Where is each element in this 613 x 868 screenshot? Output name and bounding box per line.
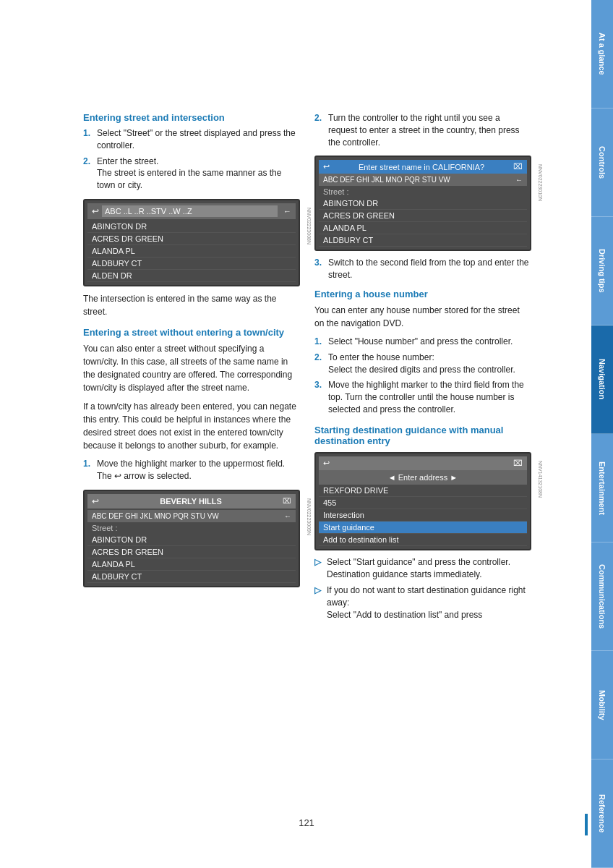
nav-list-item: ALDBURY CT [87, 258, 296, 270]
nav-list-item: ACRES DR GREEN [87, 233, 296, 245]
nav-list-item: ALDBURY CT [319, 234, 527, 247]
tab-mobility[interactable]: Mobility [591, 651, 613, 760]
back-icon: ↩ [323, 162, 330, 171]
no-town-body2: If a town/city has already been entered,… [83, 400, 300, 452]
step-item: 2. Enter the street.The street is entere… [83, 156, 300, 192]
nav-list-item: ALANDA PL [87, 245, 296, 258]
step-item: 1. Select "House number" and press the c… [314, 336, 531, 348]
section-house-number-title: Entering a house number [314, 289, 531, 299]
step-item: 2. Turn the controller to the right unti… [314, 112, 531, 148]
nav-screen-2: ↩ BEVERLY HILLS ⌧ ABC DEF GHI JKL MNO PQ… [83, 490, 300, 587]
corner-icon: ⌧ [513, 459, 523, 468]
nav-screen-right1: ↩ Enter street name in CALIFORNIA? ⌧ ABC… [314, 156, 531, 251]
screen-sg-top-bar: ↩ ⌧ [319, 456, 527, 470]
tab-reference[interactable]: Reference [591, 760, 613, 868]
screen2-keyboard: ABC DEF GHI JKL MNO PQR STU VW ← [87, 510, 296, 522]
nav-list-item: ALANDA PL [87, 558, 296, 571]
nav-list-item: ACRES DR GREEN [319, 210, 527, 222]
tab-driving-tips[interactable]: Driving tips [591, 217, 613, 326]
section-house-number: Entering a house number You can enter an… [314, 289, 531, 416]
corner-icon: ⌧ [283, 497, 291, 505]
right-column: 2. Turn the controller to the right unti… [314, 112, 531, 630]
nav-list-item: ALDEN DR [87, 270, 296, 282]
tab-navigation[interactable]: Navigation [591, 326, 613, 434]
section-no-town: Entering a street without entering a tow… [83, 327, 300, 587]
tab-at-a-glance[interactable]: At a glance [591, 0, 613, 109]
section-no-town-title: Entering a street without entering a tow… [83, 327, 300, 338]
step-item: 2. To enter the house number:Select the … [314, 352, 531, 376]
nav-screen-start-guidance: ↩ ⌧ ◄ Enter address ► REXFORD DRIVE 455 … [314, 452, 531, 550]
street-label-r1: Street : [319, 186, 527, 197]
page-marker [585, 814, 588, 835]
screen1-input: ABC ..L ..R ..STV ..W ..Z [102, 205, 278, 217]
house-number-body: You can enter any house number stored fo… [314, 304, 531, 330]
no-town-body1: You can also enter a street without spec… [83, 342, 300, 394]
screen-r1-title: Enter street name in CALIFORNIA? [359, 163, 484, 171]
nav-list-item: ABINGTON DR [319, 197, 527, 210]
arrow-icon: ← [283, 207, 291, 216]
street-label: Street : [87, 522, 296, 534]
step-item: 3. Switch to the second field from the t… [314, 257, 531, 281]
tab-communications[interactable]: Communications [591, 542, 613, 651]
step-item: 1. Move the highlight marker to the uppe… [83, 458, 300, 482]
right-step3-list: 3. Switch to the second field from the t… [314, 257, 531, 281]
page-number: 121 [299, 817, 314, 828]
note-arrow-icon: ▷ [314, 556, 321, 581]
note-arrow-icon: ▷ [314, 584, 321, 621]
nav-list-item: ALANDA PL [319, 222, 527, 234]
nav-screen-1: ↩ ABC ..L ..R ..STV ..W ..Z ← ABINGTON D… [83, 199, 300, 286]
screen2-city: BEVERLY HILLS [102, 497, 280, 506]
nav-list-item: ACRES DR GREEN [87, 546, 296, 558]
step-item: 1. Select "Street" or the street display… [83, 127, 300, 152]
screen1-header: ↩ ABC ..L ..R ..STV ..W ..Z ← [87, 203, 296, 219]
back-icon: ↩ [323, 459, 330, 468]
screen-r1-title-bar: ↩ Enter street name in CALIFORNIA? ⌧ [319, 160, 527, 174]
main-content: Entering street and intersection 1. Sele… [83, 112, 531, 630]
nav-list-item: ABINGTON DR [87, 534, 296, 546]
step-item: 3. Move the highlight marker to the thir… [314, 379, 531, 415]
nav-list-item: Intersection [319, 509, 527, 522]
nav-list-item: REXFORD DRIVE [319, 485, 527, 497]
nav-list-item: Add to destination list [319, 534, 527, 546]
sidebar-tabs: At a glance Controls Driving tips Naviga… [591, 0, 613, 868]
section-street-intersection-title: Entering street and intersection [83, 112, 300, 123]
street-intersection-steps: 1. Select "Street" or the street display… [83, 127, 300, 192]
intersection-note: The intersection is entered in the same … [83, 292, 300, 318]
screen-r1-keyboard: ABC DEF GHI JKL MNO PQR STU VW ← [319, 174, 527, 186]
back-arrow-icon: ↩ [92, 496, 99, 506]
screen2-header: ↩ BEVERLY HILLS ⌧ [87, 494, 296, 509]
corner-icon: ⌧ [513, 162, 523, 171]
nav-list-item: 455 [319, 497, 527, 509]
tab-entertainment[interactable]: Entertainment [591, 434, 613, 542]
house-number-steps: 1. Select "House number" and press the c… [314, 336, 531, 416]
right-step-list: 2. Turn the controller to the right unti… [314, 112, 531, 148]
screen-sg-title: ◄ Enter address ► [319, 470, 527, 485]
section-street-intersection: Entering street and intersection 1. Sele… [83, 112, 300, 318]
note-item-2: ▷ If you do not want to start destinatio… [314, 584, 531, 621]
note-item-1: ▷ Select "Start guidance" and press the … [314, 556, 531, 581]
section-start-guidance-title: Starting destination guidance with manua… [314, 425, 531, 446]
tab-controls[interactable]: Controls [591, 109, 613, 217]
section-start-guidance: Starting destination guidance with manua… [314, 425, 531, 621]
no-town-steps: 1. Move the highlight marker to the uppe… [83, 458, 300, 482]
back-arrow-icon: ↩ [92, 206, 99, 216]
nav-list-item: ABINGTON DR [87, 221, 296, 233]
left-column: Entering street and intersection 1. Sele… [83, 112, 300, 630]
nav-list-item: ALDBURY CT [87, 571, 296, 583]
nav-list-item-highlighted: Start guidance [319, 522, 527, 534]
